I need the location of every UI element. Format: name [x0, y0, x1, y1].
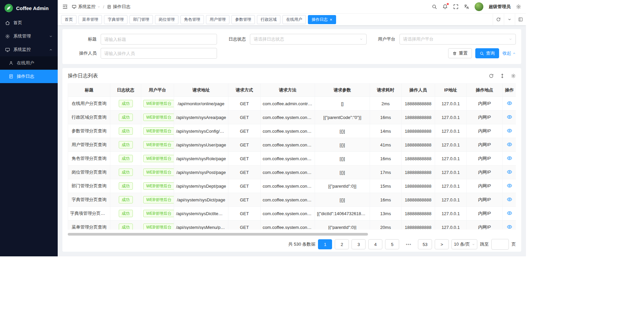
cell-duration: 2ms: [370, 97, 401, 111]
title-input[interactable]: [101, 34, 217, 45]
search-button[interactable]: 查询: [475, 48, 499, 58]
tab-item[interactable]: 在线用户: [282, 15, 306, 24]
cell-location: 内网IP: [467, 207, 503, 221]
reset-button[interactable]: 重置: [448, 48, 472, 58]
tab-item[interactable]: 用户管理: [206, 15, 229, 24]
cell-platform: WEB管理后台: [141, 152, 174, 166]
tab-close-icon[interactable]: ×: [330, 17, 332, 22]
settings-icon[interactable]: [511, 73, 516, 78]
tab-item[interactable]: 字典管理: [104, 15, 127, 24]
log-icon: [9, 74, 13, 79]
pagination-next-button[interactable]: >: [435, 239, 449, 249]
cell-ip: 127.0.0.1: [435, 207, 467, 221]
tab-item[interactable]: 部门管理: [129, 15, 153, 24]
fullscreen-icon[interactable]: [453, 4, 459, 9]
view-detail-button[interactable]: [507, 210, 512, 216]
avatar[interactable]: [475, 2, 483, 11]
pagination-page[interactable]: 4: [368, 239, 382, 249]
sidebar-item-system-monitor[interactable]: 系统监控: [0, 43, 58, 56]
view-detail-button[interactable]: [507, 169, 512, 175]
title-label: 标题: [68, 36, 101, 42]
chevron-down-icon: [360, 38, 363, 41]
refresh-icon[interactable]: [489, 73, 494, 78]
cell-platform: WEB管理后台: [141, 124, 174, 138]
username[interactable]: 超级管理员: [489, 4, 511, 10]
cell-ip: 127.0.0.1: [435, 138, 467, 152]
cell-method: GET: [228, 138, 261, 152]
page-size-select[interactable]: 10 条/页: [451, 239, 477, 249]
jump-page-input[interactable]: [491, 239, 509, 250]
tab-item[interactable]: 操作日志×: [308, 15, 336, 24]
cell-action: [503, 221, 516, 230]
pagination-page[interactable]: 5: [385, 239, 399, 249]
view-detail-button[interactable]: [507, 197, 512, 202]
cell-action: [503, 152, 516, 166]
settings-icon[interactable]: [516, 4, 521, 9]
collapse-toggle[interactable]: 收起: [502, 50, 516, 56]
bell-icon[interactable]: [442, 4, 448, 9]
chevron-down-icon[interactable]: [504, 14, 515, 25]
breadcrumb-root[interactable]: 系统监控: [72, 4, 100, 10]
cell-location: 内网IP: [467, 124, 503, 138]
view-detail-button[interactable]: [507, 183, 512, 188]
app-logo[interactable]: Coffee Admin: [0, 0, 58, 16]
cell-location: 内网IP: [467, 138, 503, 152]
tab-item[interactable]: 菜单管理: [78, 15, 102, 24]
user-platform-select[interactable]: 请选择用户平台: [399, 34, 516, 45]
view-detail-button[interactable]: [507, 142, 512, 147]
view-detail-button[interactable]: [507, 114, 512, 120]
table-row: 参数管理分页查询成功WEB管理后台/api/system/sysConfig/p…: [68, 124, 516, 138]
tab-item[interactable]: 首页: [61, 15, 76, 24]
pagination-page[interactable]: 1: [318, 239, 332, 249]
table-body: 在线用户分页查询成功WEB管理后台/api/monitor/online/pag…: [68, 97, 516, 230]
view-detail-button[interactable]: [507, 155, 512, 161]
user-icon: [9, 61, 13, 65]
cell-params: [{"dictId":140647326180950...: [315, 207, 370, 221]
cell-url: /api/monitor/online/page: [174, 97, 228, 111]
table-row: 字典项管理分页查询成功WEB管理后台/api/system/sysDictIte…: [68, 207, 516, 221]
view-detail-button[interactable]: [507, 224, 512, 230]
refresh-icon[interactable]: [493, 14, 504, 25]
cell-status: 成功: [110, 97, 141, 111]
app-title: Coffee Admin: [16, 5, 49, 11]
cell-handler: com.coffee.system.controlle...: [261, 111, 315, 124]
column-height-icon[interactable]: [500, 73, 505, 78]
view-detail-button[interactable]: [507, 101, 512, 106]
pagination-page[interactable]: 53: [418, 239, 432, 249]
chevron-up-icon: [513, 52, 516, 55]
sidebar-item-home[interactable]: 首页: [0, 16, 58, 29]
pagination-ellipsis[interactable]: •••: [402, 240, 415, 249]
sidebar-item-operation-log[interactable]: 操作日志: [0, 70, 58, 83]
tab-label: 岗位管理: [159, 17, 175, 22]
pagination-page[interactable]: 2: [335, 239, 349, 249]
horizontal-scrollbar-thumb[interactable]: [68, 233, 368, 236]
menu-fold-icon[interactable]: [62, 4, 68, 9]
content: 标题 日志状态 请选择日志状态 用户平台: [58, 25, 526, 256]
operator-input[interactable]: [101, 48, 217, 59]
cell-method: GET: [228, 124, 261, 138]
translate-icon[interactable]: [464, 4, 469, 9]
sidebar-item-online-users[interactable]: 在线用户: [0, 56, 58, 70]
log-list-panel: 操作日志列表: [62, 68, 521, 252]
cell-platform: WEB管理后台: [141, 179, 174, 193]
sidebar-item-label: 操作日志: [17, 73, 34, 79]
cell-handler: com.coffee.system.controlle...: [261, 152, 315, 166]
filter-panel: 标题 日志状态 请选择日志状态 用户平台: [62, 29, 521, 64]
sidebar-item-system-management[interactable]: 系统管理: [0, 29, 58, 43]
status-badge: 成功: [119, 141, 133, 148]
tab-item[interactable]: 岗位管理: [155, 15, 178, 24]
cell-operator: 18888888888: [401, 97, 435, 111]
search-button-label: 查询: [486, 50, 495, 56]
layout-icon[interactable]: [515, 14, 526, 25]
view-detail-button[interactable]: [507, 128, 512, 133]
cell-title: 参数管理分页查询: [68, 124, 110, 138]
cell-platform: WEB管理后台: [141, 221, 174, 230]
tab-label: 字典管理: [108, 17, 124, 22]
log-status-select[interactable]: 请选择日志状态: [250, 34, 366, 45]
pagination-page[interactable]: 3: [352, 239, 366, 249]
search-icon[interactable]: [432, 4, 437, 9]
tab-item[interactable]: 参数管理: [231, 15, 255, 24]
tab-item[interactable]: 角色管理: [180, 15, 204, 24]
table-row: 字典管理分页查询成功WEB管理后台/api/system/sysDict/pag…: [68, 193, 516, 207]
tab-item[interactable]: 行政区域: [257, 15, 280, 24]
